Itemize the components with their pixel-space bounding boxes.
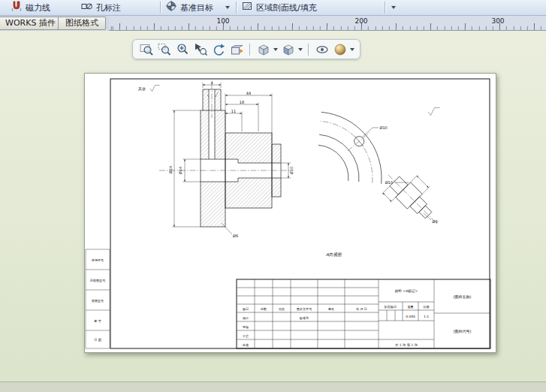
hole-callout-button[interactable]: 孔标注 <box>80 0 121 16</box>
dim-text: Ø10 <box>385 180 393 185</box>
tab-works-addins[interactable]: WORKS 插件 <box>0 17 63 30</box>
dim-text: Ø6 <box>233 234 238 238</box>
viewtools-separator <box>308 44 309 56</box>
area-hatch-button[interactable]: 区域剖面线/填充 <box>241 0 317 16</box>
hole-callout-label: 孔标注 <box>96 2 121 14</box>
drawing-sheet[interactable]: 借用件号 旧底图总号 底图总号 签 字 日 期 其余 <box>84 73 496 353</box>
magnetic-lines-button[interactable]: 磁力线 <box>11 0 50 16</box>
zoom-to-area-icon[interactable] <box>156 41 172 57</box>
dim-text: 44 <box>246 91 251 95</box>
drawing-code: (图样代号) <box>454 329 472 334</box>
ruler-mark-100: 100 <box>213 17 233 25</box>
viewtools-separator <box>249 44 250 56</box>
magnetic-lines-label: 磁力线 <box>26 2 50 14</box>
dim-text: 4 <box>210 80 213 85</box>
dim-text: Ø8 <box>433 219 438 224</box>
toolbar-separator <box>236 2 237 14</box>
datum-target-icon <box>165 0 177 15</box>
toolbar-separator <box>160 2 161 14</box>
tab-sheet-format[interactable]: 图纸格式 <box>58 17 106 30</box>
datum-target-dropdown-caret[interactable] <box>225 6 230 9</box>
zoom-in-out-icon[interactable] <box>174 41 190 57</box>
rev-header: 签名 <box>328 307 334 311</box>
magnet-icon <box>11 0 23 15</box>
solidworks-window: 磁力线 孔标注 <box>0 0 546 392</box>
toolbar-separator <box>385 2 385 14</box>
display-style-icon[interactable] <box>280 41 296 57</box>
update-view-icon[interactable] <box>228 41 244 57</box>
ruler-mark-300: 300 <box>488 17 508 25</box>
view-label: A向视图 <box>326 252 342 257</box>
status-strip <box>0 381 546 392</box>
rev-header: 年.月.日 <box>356 307 367 311</box>
view-orientation-cube-icon[interactable] <box>255 41 271 57</box>
role-label: 工艺 <box>243 334 249 338</box>
role-label: 批准 <box>243 343 249 347</box>
heads-up-view-toolbar <box>132 39 360 59</box>
role-label: 审核 <box>243 325 249 329</box>
dim-text: Ø14 <box>178 167 183 174</box>
material-mark: 材料 <A标记> <box>394 288 418 294</box>
zoom-to-fit-icon[interactable] <box>138 41 154 57</box>
dim-text: Ø10 <box>380 125 388 130</box>
sheet-edge <box>85 74 496 353</box>
hole-callout-icon <box>80 0 93 15</box>
rev-header: 处数 <box>261 307 267 311</box>
weight-label: 重量 <box>407 305 413 309</box>
margin-label: 日 期 <box>94 338 101 342</box>
hatch-icon <box>241 0 253 15</box>
dim-text: 18 <box>240 100 244 104</box>
rotate-view-icon[interactable] <box>210 41 226 57</box>
view-orientation-caret[interactable] <box>273 48 278 51</box>
role-label: 设计 <box>243 316 249 320</box>
zoom-to-selection-icon[interactable] <box>192 41 208 57</box>
dim-text: 11 <box>231 109 236 113</box>
graphics-area[interactable]: 借用件号 旧底图总号 底图总号 签 字 日 期 其余 <box>0 31 546 381</box>
display-style-caret[interactable] <box>298 48 303 51</box>
ruler-mark-200: 200 <box>351 17 371 25</box>
hide-show-items-icon[interactable] <box>314 41 330 57</box>
dim-text: Ø10 <box>289 167 294 174</box>
rev-header: 更改文件号 <box>297 307 312 311</box>
datum-target-button[interactable]: 基准目标 <box>165 0 213 16</box>
weight-value: 0.040 <box>406 315 415 318</box>
scale-value: 1:1 <box>424 315 429 318</box>
margin-label: 借用件号 <box>92 258 104 262</box>
margin-label: 底图总号 <box>92 299 104 303</box>
rev-header: 分区 <box>279 307 285 311</box>
horizontal-ruler <box>109 16 546 31</box>
datum-target-label: 基准目标 <box>180 2 213 14</box>
dim-text: Ø24 <box>168 166 173 173</box>
sheets-text: 共 1 张 第 1 张 <box>395 343 418 347</box>
drawing-sheet-svg: 借用件号 旧底图总号 底图总号 签 字 日 期 其余 <box>84 73 496 353</box>
tab-ruler-row: 100 200 300 WORKS 插件 图纸格式 <box>0 16 546 31</box>
margin-label: 签 字 <box>94 319 101 323</box>
appearances-icon[interactable] <box>332 41 348 57</box>
drawing-name: (图样名称) <box>454 294 472 300</box>
margin-label: 旧底图总号 <box>90 279 105 282</box>
toolbar-overflow-caret[interactable] <box>391 6 396 9</box>
area-hatch-label: 区域剖面线/填充 <box>256 2 317 14</box>
surface-note-text: 其余 <box>138 86 146 92</box>
appearances-caret[interactable] <box>350 48 354 51</box>
annotation-toolbar: 磁力线 孔标注 <box>0 0 546 16</box>
